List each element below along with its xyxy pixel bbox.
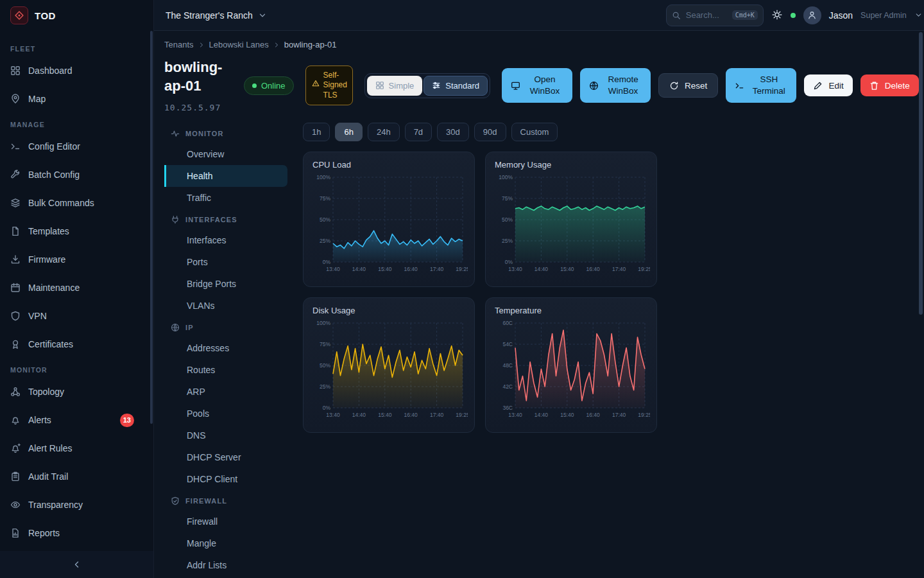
time-range-selector: 1h6h24h7d30d90dCustom	[303, 123, 657, 141]
sidebar-item-transparency[interactable]: Transparency	[0, 491, 153, 519]
subnav-item-addr-lists[interactable]: Addr Lists	[164, 554, 287, 576]
tls-label: Self-Signed TLS	[323, 71, 347, 101]
svg-text:75%: 75%	[320, 195, 330, 202]
view-mode-toggle: SimpleStandard	[364, 73, 491, 98]
sidebar-scrollbar[interactable]	[150, 31, 153, 424]
online-dot-icon	[252, 83, 257, 88]
sidebar-item-label: Config Editor	[28, 141, 80, 152]
sidebar-item-config-editor[interactable]: Config Editor	[0, 132, 153, 161]
svg-text:17:40: 17:40	[430, 412, 444, 418]
subnav-section-label: MONITOR	[185, 130, 223, 137]
subnav-section-label: IP	[185, 324, 194, 331]
chart-card-cpu-load: CPU Load100%75%50%25%0%13:4014:4015:4016…	[303, 152, 475, 287]
search-shortcut-badge: Cmd+K	[732, 10, 758, 20]
sidebar-item-label: Dashboard	[28, 66, 73, 76]
time-range-90d[interactable]: 90d	[474, 123, 506, 141]
search-input[interactable]	[686, 10, 727, 20]
grid-small-icon	[375, 81, 384, 90]
tenant-switcher[interactable]: The Stranger's Ranch	[166, 10, 267, 21]
sidebar-item-label: Batch Config	[28, 170, 80, 180]
map-pin-icon	[10, 94, 21, 104]
theme-toggle-button[interactable]	[771, 10, 783, 21]
time-range-custom[interactable]: Custom	[511, 123, 558, 141]
device-actions: Open WinBox Remote WinBox Reset SSH Term…	[502, 68, 919, 103]
time-range-7d[interactable]: 7d	[405, 123, 432, 141]
sliders-icon	[432, 81, 441, 90]
chart-card-memory-usage: Memory Usage100%75%50%25%0%13:4014:4015:…	[485, 152, 657, 287]
status-label: Online	[261, 81, 286, 91]
ssh-terminal-button[interactable]: SSH Terminal	[726, 68, 796, 103]
sidebar-item-firmware[interactable]: Firmware	[0, 245, 153, 274]
topbar: The Stranger's Ranch Cmd+K Jason Super A…	[154, 0, 924, 31]
svg-text:13:40: 13:40	[508, 266, 522, 272]
subnav-item-ports[interactable]: Ports	[164, 251, 287, 273]
subnav-item-routes[interactable]: Routes	[164, 359, 287, 381]
view-mode-standard[interactable]: Standard	[424, 76, 488, 96]
remote-winbox-button[interactable]: Remote WinBox	[580, 68, 651, 103]
edit-label: Edit	[828, 81, 843, 91]
subnav-item-interfaces[interactable]: Interfaces	[164, 229, 287, 251]
sidebar-item-label: Templates	[28, 226, 69, 236]
subnav-item-traffic[interactable]: Traffic	[164, 187, 287, 209]
svg-text:75%: 75%	[320, 341, 330, 347]
sidebar-item-label: Transparency	[28, 500, 83, 510]
sidebar-item-dashboard[interactable]: Dashboard	[0, 57, 153, 85]
subnav-item-pools[interactable]: Pools	[164, 403, 287, 425]
sidebar-item-audit-trail[interactable]: Audit Trail	[0, 462, 153, 491]
sidebar-section-label-fleet: FLEET	[0, 37, 153, 57]
alerts-count-badge: 13	[120, 414, 134, 427]
sidebar-item-alert-rules[interactable]: Alert Rules	[0, 434, 153, 462]
edit-button[interactable]: Edit	[804, 74, 852, 96]
sidebar-item-alerts[interactable]: Alerts13	[0, 406, 153, 434]
subnav-item-bridge-ports[interactable]: Bridge Ports	[164, 273, 287, 295]
svg-text:50%: 50%	[320, 362, 330, 369]
chart-plot: 100%75%50%25%0%13:4014:4015:4016:4017:40…	[493, 173, 650, 275]
subnav-item-overview[interactable]: Overview	[164, 143, 287, 165]
reset-button[interactable]: Reset	[658, 73, 718, 98]
delete-button[interactable]: Delete	[860, 74, 919, 96]
time-range-1h[interactable]: 1h	[303, 123, 330, 141]
search-box[interactable]: Cmd+K	[666, 4, 764, 26]
subnav-section-interfaces: INTERFACES	[164, 209, 287, 229]
open-winbox-button[interactable]: Open WinBox	[502, 68, 572, 103]
subnav-item-dhcp-server[interactable]: DHCP Server	[164, 446, 287, 468]
subnav-item-health[interactable]: Health	[164, 165, 287, 187]
subnav-item-firewall[interactable]: Firewall	[164, 511, 287, 532]
view-mode-label: Standard	[445, 81, 479, 91]
time-range-30d[interactable]: 30d	[437, 123, 469, 141]
sidebar-item-maintenance[interactable]: Maintenance	[0, 274, 153, 302]
sidebar-item-templates[interactable]: Templates	[0, 217, 153, 245]
sidebar-item-topology[interactable]: Topology	[0, 378, 153, 406]
layers-icon	[10, 198, 21, 208]
subnav-item-mangle[interactable]: Mangle	[164, 532, 287, 554]
sidebar-item-batch-config[interactable]: Batch Config	[0, 161, 153, 189]
ssh-terminal-label: SSH Terminal	[750, 74, 787, 97]
sidebar-item-map[interactable]: Map	[0, 85, 153, 113]
svg-text:100%: 100%	[316, 174, 330, 180]
app-root: TOD FLEETDashboardMapMANAGEConfig Editor…	[0, 0, 924, 578]
svg-text:14:40: 14:40	[352, 412, 366, 418]
sidebar-item-vpn[interactable]: VPN	[0, 302, 153, 330]
time-range-6h[interactable]: 6h	[335, 123, 362, 141]
sidebar-item-bulk-commands[interactable]: Bulk Commands	[0, 189, 153, 217]
firewall-icon	[171, 496, 180, 505]
chevron-right-icon	[273, 41, 280, 49]
subnav-item-dhcp-client[interactable]: DHCP Client	[164, 468, 287, 490]
breadcrumb-tenants[interactable]: Tenants	[164, 40, 194, 49]
chevron-down-icon	[258, 11, 267, 20]
subnav-section-monitor: MONITOR	[164, 123, 287, 143]
time-range-24h[interactable]: 24h	[368, 123, 400, 141]
sidebar-item-label: Reports	[28, 528, 60, 538]
subnav-item-vlans[interactable]: VLANs	[164, 295, 287, 317]
sidebar-collapse-button[interactable]	[0, 551, 153, 578]
subnav-item-dns[interactable]: DNS	[164, 425, 287, 446]
chevron-down-icon[interactable]	[914, 11, 923, 19]
sidebar-item-reports[interactable]: Reports	[0, 519, 153, 547]
breadcrumb-lebowski-lanes[interactable]: Lebowski Lanes	[209, 40, 269, 49]
view-mode-simple[interactable]: Simple	[367, 76, 423, 96]
page-scrollbar[interactable]	[919, 32, 923, 315]
sidebar-item-certificates[interactable]: Certificates	[0, 330, 153, 358]
subnav-item-addresses[interactable]: Addresses	[164, 337, 287, 359]
subnav-item-arp[interactable]: ARP	[164, 381, 287, 403]
avatar[interactable]	[803, 6, 821, 24]
